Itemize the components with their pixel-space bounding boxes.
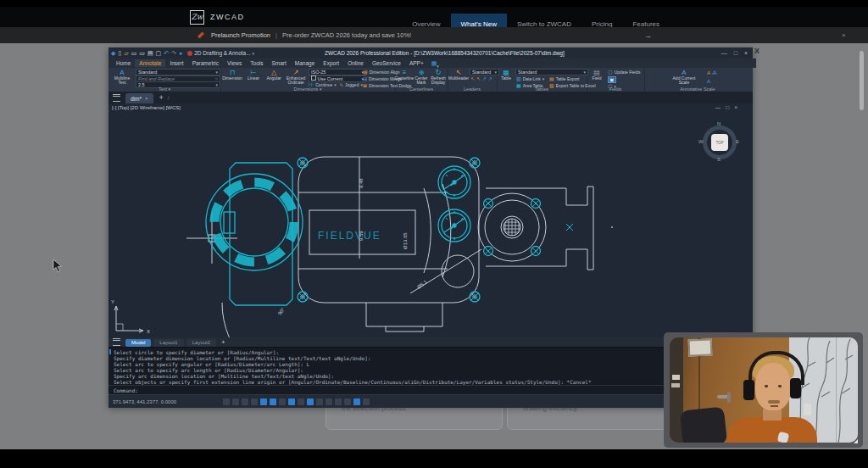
table-button[interactable]: ▦ Table: [498, 69, 515, 81]
linear-button[interactable]: ⊢ Linear: [244, 69, 263, 81]
tab-annotate[interactable]: Annotate: [135, 59, 165, 67]
restore-icon[interactable]: □: [734, 50, 737, 56]
multiline-text-button[interactable]: A Multiline Text: [111, 69, 133, 85]
command-history-line: Specify diameter dimension location or […: [114, 355, 370, 361]
new-document-tab-button[interactable]: +: [159, 93, 164, 102]
enhanced-ordinate-button[interactable]: ↗ Enhanced Ordinate: [285, 69, 307, 85]
document-tab-dim[interactable]: dim* ×: [125, 93, 153, 103]
tab-export[interactable]: Export: [319, 59, 343, 67]
center-mark-button[interactable]: ⊕ Center Mark: [413, 69, 430, 85]
dimension-align-button[interactable]: ▤Dimension Align: [363, 70, 400, 75]
tab-smart[interactable]: Smart: [268, 59, 291, 67]
layer-swatch-icon: [311, 75, 316, 81]
dynamic-ucs-toggle[interactable]: [288, 398, 295, 405]
object-snap-tracking-toggle[interactable]: [279, 398, 286, 405]
tab-manage[interactable]: Manage: [291, 59, 320, 67]
close-icon[interactable]: ×: [744, 50, 748, 56]
new-file-icon[interactable]: ▯: [118, 50, 121, 56]
tab-online[interactable]: Online: [343, 59, 368, 67]
ucs-x-label: X: [147, 329, 150, 334]
selection-cycling-toggle[interactable]: [326, 398, 332, 405]
object-snap-toggle[interactable]: [270, 398, 276, 405]
minimize-icon[interactable]: —: [721, 50, 727, 56]
promo-arrow-icon[interactable]: →: [644, 31, 652, 40]
leader-style-select[interactable]: Standard: [470, 69, 499, 75]
tab-parametric[interactable]: Parametric: [188, 59, 223, 67]
tab-geoservice[interactable]: GeoService: [368, 59, 405, 67]
page-scrollbar[interactable]: [860, 51, 864, 110]
grid-display-toggle[interactable]: [242, 398, 248, 405]
workspace-switching-toggle[interactable]: [353, 398, 360, 405]
update-fields-button[interactable]: ▢Update Fields: [608, 70, 641, 75]
hamburger-icon[interactable]: [113, 338, 120, 346]
coordinates-readout: 371.9473, 441.2377, 0.0000: [113, 399, 176, 404]
angular-button[interactable]: △ Angular: [264, 69, 283, 81]
isolate-objects-toggle[interactable]: [363, 398, 370, 405]
tab-app-plus[interactable]: APP+: [405, 59, 428, 67]
command-line-panel[interactable]: Select circle to specify diameter or [Ra…: [108, 347, 753, 395]
field-selected-tool[interactable]: ▣: [608, 76, 616, 83]
command-prompt[interactable]: Command:: [114, 387, 138, 393]
ribbon: A Multiline Text Standard Find and Repla…: [108, 68, 753, 92]
redo-icon[interactable]: ↷: [171, 50, 176, 56]
preview-icon[interactable]: ▢: [156, 50, 162, 56]
transparency-toggle[interactable]: [316, 398, 323, 405]
table-style-select[interactable]: Standard: [515, 69, 588, 75]
hamburger-icon[interactable]: [113, 94, 120, 102]
grid-menu-icon[interactable]: ▦: [431, 60, 437, 67]
infer-constraints-toggle[interactable]: [223, 398, 230, 405]
annotation-scale-toggle[interactable]: [344, 398, 351, 405]
table-export-button[interactable]: ▤Table Export: [549, 76, 579, 81]
promo-close-icon[interactable]: ×: [842, 31, 846, 39]
dim-text: Ø5.1: [416, 279, 429, 290]
dimension-button[interactable]: ⊓ Dimension: [222, 69, 242, 81]
tab-views[interactable]: Views: [223, 59, 246, 67]
polar-tracking-toggle[interactable]: [260, 398, 267, 405]
centerline-button[interactable]: ≡ Centerline: [396, 69, 413, 81]
add-current-scale-button[interactable]: A Add Current Scale: [670, 69, 698, 85]
snap-mode-toggle[interactable]: [232, 398, 239, 405]
tab-tools[interactable]: Tools: [246, 59, 267, 67]
ortho-mode-toggle[interactable]: [251, 398, 258, 405]
webcam-resize-icon[interactable]: [854, 439, 858, 443]
layout1-tab[interactable]: Layout1: [153, 339, 183, 347]
drawing-canvas[interactable]: [-] [Top] [2D Wireframe] [WCS] — □ × N W…: [108, 103, 753, 337]
cloud-icon[interactable]: ●: [179, 50, 182, 56]
data-link-button[interactable]: ▥Data Link: [516, 76, 544, 81]
tab-insert[interactable]: Insert: [165, 59, 187, 67]
tab-close-icon[interactable]: ×: [145, 96, 148, 101]
print-icon[interactable]: ▤: [147, 50, 153, 56]
layout2-tab[interactable]: Layout2: [186, 339, 216, 347]
tab-home[interactable]: Home: [112, 59, 135, 67]
open-folder-icon[interactable]: ▱: [124, 50, 128, 56]
promo-banner[interactable]: Prelaunch Promotion | Pre-order ZWCAD 20…: [0, 27, 868, 43]
add-layout-button[interactable]: +: [221, 338, 225, 346]
dynamic-input-toggle[interactable]: [298, 398, 304, 405]
site-logo[interactable]: Zw ZWCAD: [190, 7, 245, 27]
person-eye: [765, 385, 768, 387]
panel-leaders: ↖ Multileader Standard ↖ ↖ ↗ ↗ Leaders: [448, 68, 498, 92]
undo-icon[interactable]: ↶: [164, 50, 169, 56]
save-icon[interactable]: ▭: [131, 50, 137, 56]
leader-tools[interactable]: ↖ ↖ ↗ ↗: [470, 76, 492, 81]
overlay-close-icon[interactable]: X: [754, 47, 760, 55]
auto-scale-tool[interactable]: A: [707, 79, 710, 84]
auto-scale-icon: A: [707, 79, 710, 84]
refresh-display-button[interactable]: ↻ Refresh Display: [430, 69, 447, 85]
command-separator: [108, 385, 753, 386]
save-all-icon[interactable]: ▭: [139, 50, 145, 56]
data-link-icon: ▥: [516, 76, 521, 81]
lineweight-display-toggle[interactable]: [307, 398, 314, 405]
multileader-button[interactable]: ↖ Multileader: [448, 69, 469, 81]
field-button[interactable]: ▤ Field: [588, 69, 605, 81]
dim-layer-select[interactable]: Use Current: [309, 75, 366, 82]
layout-tab-bar: Model Layout1 Layout2 +: [108, 337, 753, 347]
model-tab[interactable]: Model: [125, 339, 151, 347]
title-bar[interactable]: ◆▯▱▭▭▤▢↶↷● 2D Drafting & Annota... ZWCAD…: [108, 47, 753, 58]
workspace-dropdown[interactable]: 2D Drafting & Annota...: [187, 50, 254, 56]
promo-message: Pre-order ZWCAD 2026 today and save 10%!: [282, 31, 411, 39]
leader-collect-icon: ↗: [488, 76, 492, 81]
annotation-monitor-toggle[interactable]: [335, 398, 342, 405]
annotation-visibility-tool[interactable]: A⁂: [707, 70, 717, 75]
app-logo-icon[interactable]: ◆: [111, 50, 115, 56]
